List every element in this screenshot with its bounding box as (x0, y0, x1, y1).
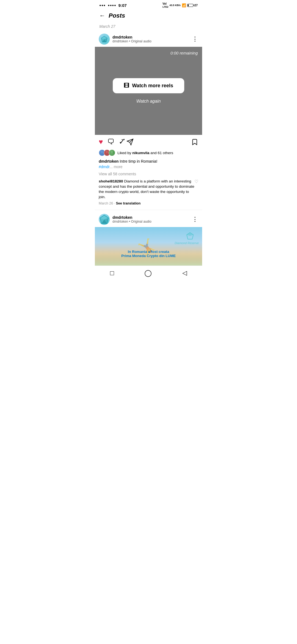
mini-avatar-3 (109, 149, 115, 156)
likes-prefix: Liked by (117, 151, 132, 155)
comment-meta: March 26 · See translation (95, 201, 202, 208)
page-header: ← Posts (95, 9, 202, 22)
post1-more-button[interactable]: ⋮ (192, 36, 198, 43)
watch-again-button[interactable]: Watch again (136, 99, 161, 104)
post2-user-text: dmdrtoken dmdrtoken • Original audio (112, 215, 152, 223)
post2-username: dmdrtoken (112, 215, 152, 220)
speed-label: 43.5 KB/s (169, 4, 181, 7)
watch-more-reels-button[interactable]: 🎞 Watch more reels (113, 78, 184, 93)
avatar (99, 34, 110, 45)
svg-point-9 (111, 151, 113, 153)
bookmark-button[interactable] (191, 138, 198, 146)
like-button[interactable]: ♥ (99, 138, 103, 146)
hashtag[interactable]: #dmdr (99, 165, 109, 169)
signal-icon-1: ●●● (99, 4, 107, 7)
likes-row: Liked by nikumvila and 61 others (95, 149, 202, 158)
preview-text: In Romania a fost creata Prima Moneda Cr… (121, 250, 176, 258)
video-area: 0:00 remaining 🎞 Watch more reels Watch … (95, 47, 202, 135)
post2-more-button[interactable]: ⋮ (192, 216, 198, 223)
preview-image: 🤸 Diamond Reserve In Romania a fost crea… (95, 227, 202, 266)
watch-more-label: Watch more reels (132, 83, 173, 89)
caption-text: Intre timp in Romania! (119, 159, 157, 163)
status-left: ●●● ●●●● 9:07 (99, 3, 127, 8)
likes-username: nikumvila (132, 151, 149, 155)
comment-text: shohel818280 Diamond is a platform with … (99, 179, 194, 200)
post2-subline: dmdrtoken • Original audio (112, 220, 152, 223)
svg-point-7 (101, 151, 103, 153)
post1-user-text: dmdrtoken dmdrtoken • Original audio (112, 35, 152, 43)
post1-username: dmdrtoken (112, 35, 152, 39)
preview-diamond-icon (186, 231, 194, 241)
nav-back-button[interactable]: □ (110, 269, 114, 277)
comment-block: shohel818280 Diamond is a platform with … (95, 178, 202, 201)
svg-point-8 (106, 151, 108, 153)
preview-line1: In Romania a fost creata (121, 250, 176, 254)
more-link[interactable]: ... more (109, 165, 122, 169)
view-comments-button[interactable]: View all 58 comments (95, 170, 202, 178)
comment-button[interactable]: 🗨 (107, 138, 114, 146)
lte-icon: VolLTE2 (163, 2, 168, 8)
send-icon[interactable] (127, 138, 134, 146)
comment-username[interactable]: shohel818280 (99, 179, 123, 183)
likes-rest: and 61 others (149, 151, 173, 155)
likes-text: Liked by nikumvila and 61 others (117, 151, 173, 155)
time-remaining: 0:00 remaining (170, 51, 198, 55)
post1-subline: dmdrtoken • Original audio (112, 39, 152, 43)
navigation-bar: □ ◯ ◁ (95, 266, 202, 279)
comment-date: March 26 (99, 201, 113, 205)
comment-heart-button[interactable]: ♡ (194, 179, 198, 184)
post2-avatar (99, 214, 110, 225)
svg-marker-16 (187, 233, 193, 236)
status-bar: ●●● ●●●● 9:07 VolLTE2 43.5 KB/s 📶 27 (95, 0, 202, 9)
caption-username[interactable]: dmdrtoken (99, 159, 119, 163)
see-translation-button[interactable]: See translation (116, 201, 141, 205)
post2-header: dmdrtoken dmdrtoken • Original audio ⋮ (95, 212, 202, 227)
reels-icon: 🎞 (124, 83, 129, 89)
preview-brand-label: Diamond Reserve (175, 241, 199, 245)
battery-icon (187, 4, 193, 7)
signal-icon-2: ●●●● (108, 4, 116, 7)
status-right: VolLTE2 43.5 KB/s 📶 27 (163, 2, 198, 8)
back-button[interactable]: ← (99, 12, 105, 19)
nav-home-button[interactable]: ◯ (144, 269, 152, 277)
battery-label: 27 (194, 4, 198, 7)
nav-recent-button[interactable]: ◁ (182, 269, 187, 277)
date-label: March 27 (95, 22, 202, 31)
time-label: 9:07 (119, 3, 127, 8)
wifi-icon: 📶 (182, 3, 186, 7)
caption: dmdrtoken Intre timp in Romania! #dmdr..… (95, 158, 202, 170)
comment-dot: · (113, 201, 116, 205)
avatar-group (99, 149, 115, 156)
action-bar: ♥ 🗨 ✓⃗ (95, 135, 202, 149)
share-button[interactable]: ✓⃗ (119, 138, 125, 146)
preview-line2: Prima Moneda Crypto din LUME (121, 254, 176, 258)
post2-user-info[interactable]: dmdrtoken dmdrtoken • Original audio (99, 214, 152, 225)
post1-header: dmdrtoken dmdrtoken • Original audio ⋮ (95, 31, 202, 47)
post1-user-info[interactable]: dmdrtoken dmdrtoken • Original audio (99, 34, 152, 45)
page-title: Posts (109, 12, 125, 19)
divider (95, 210, 202, 210)
